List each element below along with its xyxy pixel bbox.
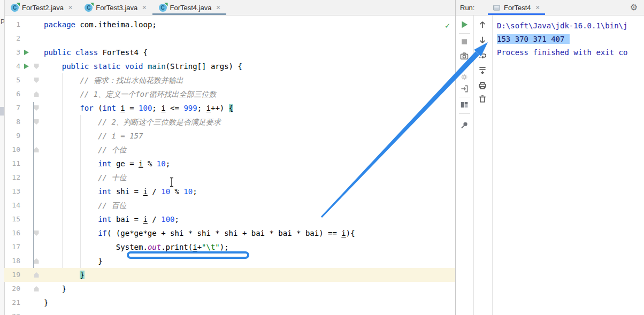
line-number[interactable]: 7: [4, 101, 20, 115]
run-toolbar-right: [473, 16, 493, 315]
code-line[interactable]: 20 }: [4, 282, 455, 296]
code-text: // 十位: [44, 171, 126, 185]
code-text: // 百位: [44, 198, 126, 212]
line-number[interactable]: 16: [4, 226, 20, 240]
code-line[interactable]: 1package com.itheima.loop;: [4, 18, 455, 32]
editor-tab-fortest4[interactable]: C ForTest4.java ✕: [152, 0, 226, 15]
gutter-fold-cell: [31, 78, 42, 83]
close-icon[interactable]: ✕: [142, 4, 147, 11]
run-tab-label: ForTest4: [504, 4, 531, 12]
line-number[interactable]: 18: [4, 254, 20, 268]
fold-icon[interactable]: [34, 231, 39, 236]
code-editor[interactable]: ✓ 1package com.itheima.loop;23public cla…: [4, 16, 455, 315]
run-line-icon[interactable]: [24, 64, 29, 69]
line-number[interactable]: 14: [4, 198, 20, 212]
scroll-end-button[interactable]: [478, 66, 487, 75]
line-number[interactable]: 8: [4, 115, 20, 129]
line-number[interactable]: 11: [4, 157, 20, 171]
line-number[interactable]: 2: [4, 32, 20, 45]
code-line[interactable]: 22: [4, 310, 455, 315]
line-number[interactable]: 15: [4, 212, 20, 226]
pin-button[interactable]: [459, 120, 469, 130]
console-line: 153 370 371 407: [497, 33, 644, 46]
code-line[interactable]: 16 if( (ge*ge*ge + shi * shi * shi + bai…: [4, 226, 455, 240]
layout-button[interactable]: [459, 100, 469, 110]
fold-icon[interactable]: [34, 119, 39, 125]
code-line[interactable]: 5 // 需求：找出水仙花数并输出: [4, 73, 455, 87]
line-number[interactable]: 5: [4, 73, 20, 87]
code-line[interactable]: 12 // 十位: [4, 171, 455, 185]
line-number[interactable]: 12: [4, 171, 20, 185]
down-button[interactable]: [478, 35, 487, 45]
console-selection: 153 370 371 407: [497, 34, 570, 44]
code-text: if( (ge*ge*ge + shi * shi * shi + bai * …: [44, 226, 355, 240]
print-button[interactable]: [478, 81, 487, 90]
close-icon[interactable]: ✕: [68, 4, 73, 11]
stop-button[interactable]: [459, 37, 469, 47]
editor-tab-fortest2[interactable]: C ForTest2.java ✕: [4, 0, 78, 15]
gutter-run-cell: [21, 50, 31, 55]
close-icon[interactable]: ✕: [535, 4, 540, 11]
line-number[interactable]: 1: [4, 18, 20, 32]
line-number[interactable]: 19: [4, 268, 20, 282]
camera-button[interactable]: [459, 51, 469, 61]
build-button[interactable]: [459, 72, 469, 82]
fold-icon[interactable]: [34, 91, 39, 97]
run-tool-window: Run: ForTest4 ✕ ⚙ D:\soft\Java\jdk-16.0.…: [455, 0, 644, 315]
code-text: }: [44, 254, 103, 268]
code-line[interactable]: 17 System.out.print(i+"\t");: [4, 240, 455, 254]
fold-icon[interactable]: [34, 78, 39, 83]
line-number[interactable]: 10: [4, 143, 20, 157]
line-number[interactable]: 13: [4, 185, 20, 198]
close-icon[interactable]: ✕: [216, 4, 221, 11]
code-line[interactable]: 3public class ForTest4 {: [4, 45, 455, 59]
fold-icon[interactable]: [34, 272, 39, 278]
code-lines: 1package com.itheima.loop;23public class…: [4, 16, 455, 315]
soft-wrap-button[interactable]: [478, 51, 487, 61]
up-button[interactable]: [478, 20, 487, 29]
fold-icon[interactable]: [34, 105, 39, 111]
line-number[interactable]: 20: [4, 282, 20, 296]
gutter-fold-cell: [31, 105, 42, 111]
fold-icon[interactable]: [34, 147, 39, 152]
code-line[interactable]: 19 }: [4, 268, 455, 282]
exit-button[interactable]: [459, 84, 469, 94]
line-number[interactable]: 6: [4, 87, 20, 101]
fold-icon[interactable]: [34, 258, 39, 264]
rerun-button[interactable]: [459, 20, 469, 29]
code-line[interactable]: 7 for (int i = 100; i <= 999; i++) {: [4, 101, 455, 115]
code-line[interactable]: 8 // 2、判断这个三位数是否满足要求: [4, 115, 455, 129]
code-line[interactable]: 21}: [4, 296, 455, 310]
code-line[interactable]: 14 // 百位: [4, 198, 455, 212]
gear-icon[interactable]: ⚙: [630, 2, 638, 12]
code-line[interactable]: 10 // 个位: [4, 143, 455, 157]
fold-icon[interactable]: [34, 286, 39, 291]
code-line[interactable]: 18 }: [4, 254, 455, 268]
fold-icon[interactable]: [34, 64, 39, 69]
clear-button[interactable]: [478, 94, 487, 104]
code-text: int bai = i / 100;: [44, 212, 179, 226]
line-number[interactable]: 22: [4, 310, 20, 315]
line-number[interactable]: 3: [4, 45, 20, 59]
code-line[interactable]: 11 int ge = i % 10;: [4, 157, 455, 171]
gutter-fold-cell: [31, 258, 42, 264]
inspection-ok-icon[interactable]: ✓: [445, 19, 450, 33]
line-number[interactable]: 21: [4, 296, 20, 310]
console-output[interactable]: D:\soft\Java\jdk-16.0.1\bin\j153 370 371…: [493, 16, 644, 315]
code-text: public class ForTest4 {: [44, 45, 148, 59]
code-line[interactable]: 6 // 1、定义一个for循环找出全部三位数: [4, 87, 455, 101]
editor-tab-fortest3[interactable]: C ForTest3.java ✕: [78, 0, 152, 15]
toolbar-separator: [459, 97, 470, 97]
line-number[interactable]: 4: [4, 59, 20, 73]
code-line[interactable]: 9 // i = 157: [4, 129, 455, 143]
line-number[interactable]: 17: [4, 240, 20, 254]
code-line[interactable]: 2: [4, 32, 455, 45]
code-text: // i = 157: [44, 129, 143, 143]
run-line-icon[interactable]: [24, 50, 29, 55]
run-tab-fortest4[interactable]: ForTest4 ✕: [488, 0, 545, 15]
code-line[interactable]: 4 public static void main(String[] args)…: [4, 59, 455, 73]
code-line[interactable]: 15 int bai = i / 100;: [4, 212, 455, 226]
line-number[interactable]: 9: [4, 129, 20, 143]
gutter-fold-cell: [31, 64, 42, 69]
code-line[interactable]: 13 int shi = i / 10 % 10;: [4, 185, 455, 198]
